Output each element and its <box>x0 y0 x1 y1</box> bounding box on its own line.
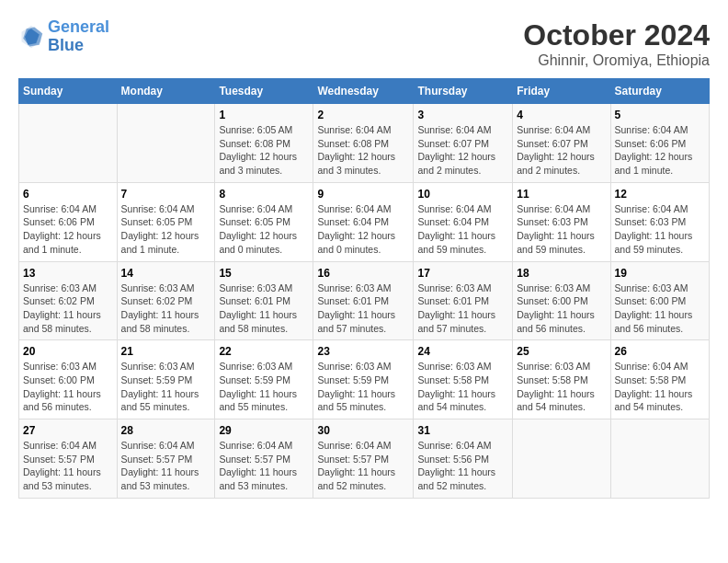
day-info: Sunrise: 6:03 AM Sunset: 5:58 PM Dayligh… <box>517 360 606 414</box>
day-number: 18 <box>517 267 606 280</box>
calendar-cell: 20Sunrise: 6:03 AM Sunset: 6:00 PM Dayli… <box>19 340 118 419</box>
day-info: Sunrise: 6:04 AM Sunset: 6:05 PM Dayligh… <box>121 202 211 257</box>
day-number: 6 <box>23 188 113 201</box>
day-number: 13 <box>23 267 113 280</box>
day-info: Sunrise: 6:03 AM Sunset: 6:00 PM Dayligh… <box>517 282 606 336</box>
day-info: Sunrise: 6:03 AM Sunset: 5:59 PM Dayligh… <box>121 360 211 414</box>
calendar-cell: 2Sunrise: 6:04 AM Sunset: 6:08 PM Daylig… <box>313 104 414 183</box>
day-number: 7 <box>121 188 211 201</box>
calendar-cell <box>513 419 610 499</box>
day-number: 31 <box>417 424 508 437</box>
title-block: October 2024 Ghinnir, Oromiya, Ethiopia <box>523 18 710 69</box>
day-number: 3 <box>417 109 508 121</box>
calendar-cell: 10Sunrise: 6:04 AM Sunset: 6:04 PM Dayli… <box>414 182 513 261</box>
day-info: Sunrise: 6:04 AM Sunset: 6:04 PM Dayligh… <box>317 202 409 257</box>
day-info: Sunrise: 6:03 AM Sunset: 6:02 PM Dayligh… <box>23 282 113 336</box>
calendar-cell: 11Sunrise: 6:04 AM Sunset: 6:03 PM Dayli… <box>513 182 610 261</box>
calendar-cell: 1Sunrise: 6:05 AM Sunset: 6:08 PM Daylig… <box>215 104 313 183</box>
calendar-week-row: 13Sunrise: 6:03 AM Sunset: 6:02 PM Dayli… <box>19 261 710 340</box>
day-info: Sunrise: 6:04 AM Sunset: 6:05 PM Dayligh… <box>219 202 309 257</box>
calendar-cell: 6Sunrise: 6:04 AM Sunset: 6:06 PM Daylig… <box>19 182 118 261</box>
day-info: Sunrise: 6:03 AM Sunset: 6:01 PM Dayligh… <box>317 282 409 336</box>
day-number: 24 <box>417 345 508 358</box>
day-number: 12 <box>615 188 705 201</box>
calendar-cell: 19Sunrise: 6:03 AM Sunset: 6:00 PM Dayli… <box>610 261 709 340</box>
day-info: Sunrise: 6:04 AM Sunset: 6:06 PM Dayligh… <box>615 123 705 178</box>
calendar-cell: 25Sunrise: 6:03 AM Sunset: 5:58 PM Dayli… <box>513 340 610 419</box>
day-number: 5 <box>615 109 705 121</box>
day-number: 16 <box>317 267 409 280</box>
day-info: Sunrise: 6:03 AM Sunset: 6:01 PM Dayligh… <box>417 282 508 336</box>
day-number: 17 <box>417 267 508 280</box>
weekday-header: Tuesday <box>215 79 313 104</box>
day-number: 4 <box>517 109 606 121</box>
calendar-cell: 23Sunrise: 6:03 AM Sunset: 5:59 PM Dayli… <box>313 340 414 419</box>
day-number: 2 <box>317 109 409 121</box>
day-info: Sunrise: 6:04 AM Sunset: 5:58 PM Dayligh… <box>615 360 705 414</box>
weekday-header: Thursday <box>414 79 513 104</box>
calendar-cell: 30Sunrise: 6:04 AM Sunset: 5:57 PM Dayli… <box>313 419 414 499</box>
weekday-header: Sunday <box>19 79 118 104</box>
calendar-week-row: 6Sunrise: 6:04 AM Sunset: 6:06 PM Daylig… <box>19 182 710 261</box>
month-title: October 2024 <box>523 18 710 52</box>
day-number: 23 <box>317 345 409 358</box>
calendar-cell: 28Sunrise: 6:04 AM Sunset: 5:57 PM Dayli… <box>117 419 215 499</box>
day-info: Sunrise: 6:03 AM Sunset: 6:02 PM Dayligh… <box>121 282 211 336</box>
day-number: 26 <box>615 345 705 358</box>
day-info: Sunrise: 6:03 AM Sunset: 5:59 PM Dayligh… <box>317 360 409 414</box>
weekday-header: Friday <box>513 79 610 104</box>
day-number: 10 <box>417 188 508 201</box>
day-info: Sunrise: 6:04 AM Sunset: 6:07 PM Dayligh… <box>417 123 508 178</box>
calendar-cell: 31Sunrise: 6:04 AM Sunset: 5:56 PM Dayli… <box>414 419 513 499</box>
day-number: 14 <box>121 267 211 280</box>
calendar-cell: 27Sunrise: 6:04 AM Sunset: 5:57 PM Dayli… <box>19 419 118 499</box>
calendar-week-row: 20Sunrise: 6:03 AM Sunset: 6:00 PM Dayli… <box>19 340 710 419</box>
calendar-cell: 14Sunrise: 6:03 AM Sunset: 6:02 PM Dayli… <box>117 261 215 340</box>
day-number: 22 <box>219 345 309 358</box>
calendar-cell: 4Sunrise: 6:04 AM Sunset: 6:07 PM Daylig… <box>513 104 610 183</box>
calendar-table: SundayMondayTuesdayWednesdayThursdayFrid… <box>18 78 710 499</box>
logo-icon <box>18 24 44 50</box>
calendar-cell: 5Sunrise: 6:04 AM Sunset: 6:06 PM Daylig… <box>610 104 709 183</box>
day-info: Sunrise: 6:04 AM Sunset: 6:07 PM Dayligh… <box>517 123 606 178</box>
day-info: Sunrise: 6:04 AM Sunset: 5:57 PM Dayligh… <box>219 439 309 493</box>
day-info: Sunrise: 6:03 AM Sunset: 6:00 PM Dayligh… <box>23 360 113 414</box>
logo-text: General Blue <box>48 18 109 55</box>
day-number: 21 <box>121 345 211 358</box>
day-info: Sunrise: 6:04 AM Sunset: 6:03 PM Dayligh… <box>615 202 705 257</box>
day-number: 28 <box>121 424 211 437</box>
calendar-cell: 18Sunrise: 6:03 AM Sunset: 6:00 PM Dayli… <box>513 261 610 340</box>
day-number: 20 <box>23 345 113 358</box>
calendar-cell <box>610 419 709 499</box>
calendar-cell: 3Sunrise: 6:04 AM Sunset: 6:07 PM Daylig… <box>414 104 513 183</box>
calendar-cell: 15Sunrise: 6:03 AM Sunset: 6:01 PM Dayli… <box>215 261 313 340</box>
page-header: General Blue October 2024 Ghinnir, Oromi… <box>18 18 710 69</box>
day-number: 19 <box>615 267 705 280</box>
day-info: Sunrise: 6:04 AM Sunset: 6:08 PM Dayligh… <box>317 123 409 178</box>
weekday-header: Monday <box>117 79 215 104</box>
day-info: Sunrise: 6:04 AM Sunset: 5:56 PM Dayligh… <box>417 439 508 493</box>
location-subtitle: Ghinnir, Oromiya, Ethiopia <box>523 52 710 69</box>
day-info: Sunrise: 6:04 AM Sunset: 5:57 PM Dayligh… <box>23 439 113 493</box>
day-info: Sunrise: 6:03 AM Sunset: 6:01 PM Dayligh… <box>219 282 309 336</box>
day-number: 27 <box>23 424 113 437</box>
calendar-cell: 7Sunrise: 6:04 AM Sunset: 6:05 PM Daylig… <box>117 182 215 261</box>
day-info: Sunrise: 6:03 AM Sunset: 6:00 PM Dayligh… <box>615 282 705 336</box>
day-info: Sunrise: 6:04 AM Sunset: 5:57 PM Dayligh… <box>121 439 211 493</box>
day-number: 1 <box>219 109 309 121</box>
day-info: Sunrise: 6:04 AM Sunset: 6:06 PM Dayligh… <box>23 202 113 257</box>
day-number: 8 <box>219 188 309 201</box>
logo: General Blue <box>18 18 109 55</box>
calendar-week-row: 27Sunrise: 6:04 AM Sunset: 5:57 PM Dayli… <box>19 419 710 499</box>
calendar-cell: 9Sunrise: 6:04 AM Sunset: 6:04 PM Daylig… <box>313 182 414 261</box>
calendar-cell: 8Sunrise: 6:04 AM Sunset: 6:05 PM Daylig… <box>215 182 313 261</box>
day-number: 29 <box>219 424 309 437</box>
day-number: 30 <box>317 424 409 437</box>
day-number: 9 <box>317 188 409 201</box>
day-info: Sunrise: 6:05 AM Sunset: 6:08 PM Dayligh… <box>219 123 309 178</box>
day-number: 25 <box>517 345 606 358</box>
day-number: 11 <box>517 188 606 201</box>
day-info: Sunrise: 6:03 AM Sunset: 5:58 PM Dayligh… <box>417 360 508 414</box>
calendar-cell: 17Sunrise: 6:03 AM Sunset: 6:01 PM Dayli… <box>414 261 513 340</box>
day-info: Sunrise: 6:04 AM Sunset: 5:57 PM Dayligh… <box>317 439 409 493</box>
